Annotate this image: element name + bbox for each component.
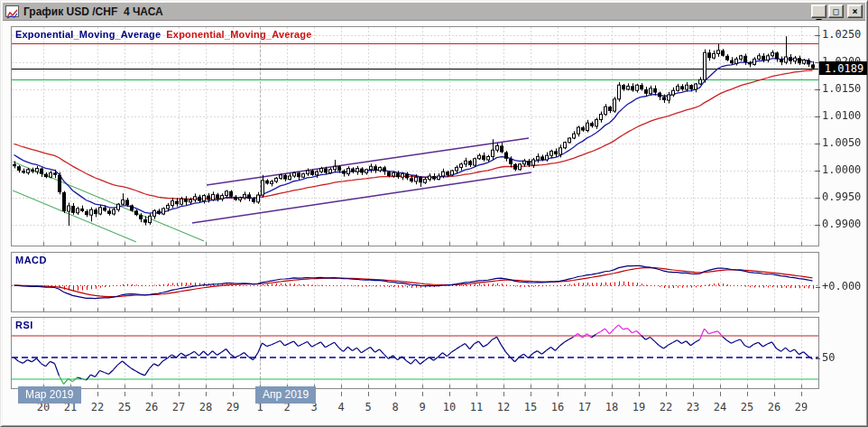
date-label: 9 — [419, 401, 425, 413]
date-label: 23 — [687, 401, 699, 413]
ema-slow-label: Exponential_Moving_Average — [166, 29, 311, 40]
date-tick — [774, 392, 775, 396]
date-tick — [612, 392, 613, 396]
minimize-icon: _ — [816, 10, 821, 19]
month-badge-april: Апр 2019 — [255, 386, 316, 404]
main-chart-canvas[interactable] — [12, 27, 818, 246]
ema-fast-label: Exponential_Moving_Average — [15, 29, 161, 40]
date-tick — [125, 392, 125, 396]
date-label: 11 — [470, 401, 483, 413]
date-label: 29 — [795, 401, 808, 413]
month-badge-march: Мар 2019 — [18, 386, 81, 404]
date-label: 18 — [605, 401, 618, 413]
window-title: График USD /CHF 4 ЧАСА — [23, 5, 163, 18]
date-tick — [97, 392, 98, 396]
date-label: 24 — [714, 401, 726, 413]
date-label: 17 — [578, 401, 591, 413]
date-tick — [747, 392, 748, 396]
date-tick — [558, 392, 559, 396]
date-tick — [531, 392, 531, 396]
macd-panel: MACD — [11, 252, 819, 312]
rsi-axis-label: 50 — [822, 351, 835, 364]
maximize-button[interactable]: □ — [828, 5, 844, 18]
price-axis-label: 0.9900 — [822, 218, 861, 230]
date-axis: 2021222526272829123458910111215161718192… — [11, 389, 819, 423]
date-label: 26 — [768, 401, 780, 413]
maximize-icon: □ — [833, 7, 838, 16]
date-label: 22 — [660, 401, 672, 413]
rsi-label: RSI — [15, 320, 33, 330]
price-axis-label: 1.0150 — [822, 82, 861, 95]
price-axis-label: 1.0000 — [822, 163, 861, 176]
title-bar[interactable]: График USD /CHF 4 ЧАСА _ □ × — [3, 3, 865, 21]
date-tick — [639, 392, 640, 396]
date-tick — [503, 392, 504, 396]
date-tick — [449, 392, 450, 396]
date-tick — [801, 392, 802, 396]
rsi-panel: RSI — [11, 317, 819, 389]
price-panel: Exponential_Moving_Average Exponential_M… — [11, 26, 819, 246]
date-label: 29 — [226, 401, 239, 413]
date-label: 15 — [524, 401, 537, 413]
date-tick — [585, 392, 586, 396]
date-tick — [666, 392, 667, 396]
date-tick — [422, 392, 423, 396]
date-label: 28 — [199, 401, 212, 413]
date-tick — [693, 392, 694, 396]
date-tick — [341, 392, 342, 396]
date-tick — [179, 392, 180, 396]
price-axis-label: 1.0250 — [822, 28, 861, 41]
date-label: 27 — [172, 401, 185, 413]
chart-icon — [5, 5, 19, 17]
date-label: 16 — [551, 401, 564, 413]
date-label: 25 — [118, 401, 131, 413]
date-label: 26 — [145, 401, 158, 413]
date-label: 8 — [392, 401, 398, 413]
macd-axis-label: +0.000 — [822, 280, 861, 292]
minimize-button[interactable]: _ — [811, 5, 826, 18]
rsi-canvas[interactable] — [12, 318, 818, 388]
date-tick — [720, 392, 721, 396]
close-icon: × — [852, 7, 857, 16]
date-tick — [368, 392, 369, 396]
chart-client-area: Exponential_Moving_Average Exponential_M… — [3, 22, 865, 424]
date-label: 10 — [443, 401, 456, 413]
chart-window: График USD /CHF 4 ЧАСА _ □ × Exponential… — [0, 0, 868, 427]
date-label: 25 — [741, 401, 753, 413]
price-axis-label: 1.0100 — [822, 109, 861, 122]
date-label: 12 — [497, 401, 510, 413]
date-tick — [395, 392, 396, 396]
price-axis-label: 0.9950 — [822, 190, 861, 203]
indicator-legend: Exponential_Moving_Average Exponential_M… — [15, 29, 312, 40]
macd-canvas[interactable] — [12, 253, 818, 311]
date-label: 5 — [365, 401, 371, 413]
date-label: 4 — [337, 401, 344, 413]
date-tick — [233, 392, 234, 396]
close-button[interactable]: × — [847, 5, 863, 18]
date-tick — [152, 392, 152, 396]
date-tick — [476, 392, 477, 396]
date-label: 19 — [633, 401, 645, 413]
macd-label: MACD — [15, 255, 47, 265]
date-label: 22 — [91, 401, 104, 413]
current-price-badge: 1.0189 — [819, 61, 868, 75]
price-axis-label: 1.0050 — [822, 136, 861, 149]
date-tick — [206, 392, 207, 396]
